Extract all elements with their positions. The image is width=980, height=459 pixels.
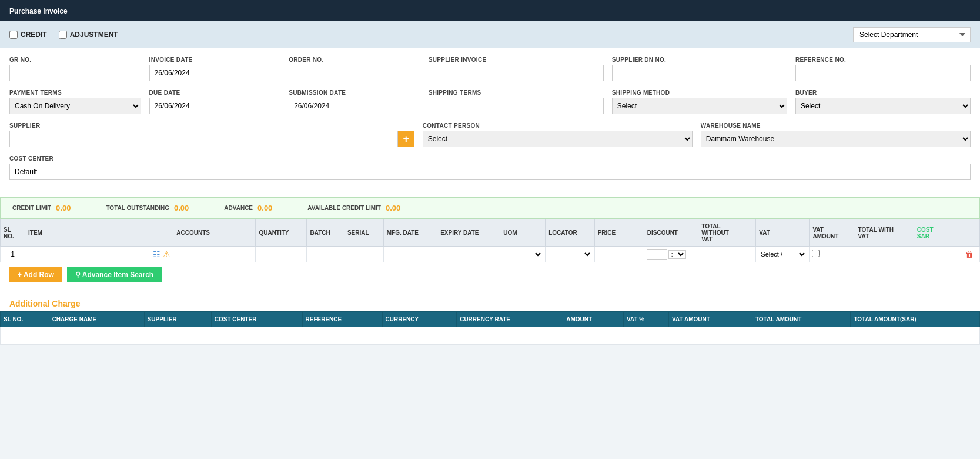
contact-person-select[interactable]: Select: [423, 131, 693, 147]
col-charge-supplier: SUPPLIER: [144, 311, 211, 327]
item-input[interactable]: [28, 250, 150, 259]
row-mfg-date[interactable]: [383, 247, 437, 262]
col-charge-name: CHARGE NAME: [49, 311, 144, 327]
table-actions: + Add Row ⚲ Advance Item Search: [0, 262, 980, 287]
row-vat-amount[interactable]: [810, 247, 855, 262]
supplier-input[interactable]: [9, 131, 398, 147]
row-cost-sar[interactable]: [914, 247, 959, 262]
col-charge-vat-pct: VAT %: [623, 311, 668, 327]
gr-no-label: GR NO.: [9, 56, 141, 63]
discount-input[interactable]: [647, 249, 667, 260]
vat-amount-checkbox[interactable]: [812, 250, 820, 257]
table-row: 1 ☷ ⚠: [1, 247, 980, 262]
contact-person-group: CONTACT PERSON Select: [423, 122, 693, 147]
advance-label: ADVANCE: [224, 205, 253, 211]
row-price[interactable]: [594, 247, 644, 262]
row-vat[interactable]: Select \ 0% 5% 15%: [756, 247, 810, 262]
col-charge-reference: REFERENCE: [302, 311, 382, 327]
cost-sar-input[interactable]: [917, 250, 956, 259]
advance-search-label: ⚲ Advance Item Search: [75, 271, 153, 279]
row-expiry-date[interactable]: [437, 247, 500, 262]
uom-select[interactable]: PCS KG: [503, 250, 543, 258]
total-with-vat-input[interactable]: [858, 250, 911, 259]
items-table-header-row: SLNO. ITEM ACCOUNTS QUANTITY BATCH SERIA…: [1, 219, 980, 247]
credit-limit-label: CREDIT LIMIT: [12, 205, 51, 211]
col-header-delete: [959, 219, 979, 247]
col-header-quantity: QUANTITY: [256, 219, 307, 247]
add-row-label: + Add Row: [18, 271, 54, 279]
row-item[interactable]: ☷ ⚠: [25, 247, 173, 262]
row-accounts[interactable]: [173, 247, 256, 262]
row-batch[interactable]: [307, 247, 344, 262]
row-serial[interactable]: [344, 247, 383, 262]
payment-terms-label: PAYMENT TERMS: [9, 89, 141, 96]
gr-no-input[interactable]: [9, 65, 141, 81]
supplier-dn-input[interactable]: [612, 65, 787, 81]
form-row-2: PAYMENT TERMS Cash On Delivery DUE DATE …: [9, 89, 971, 114]
row-total-with-vat[interactable]: [855, 247, 914, 262]
adjustment-checkbox-label[interactable]: ADJUSTMENT: [59, 31, 118, 39]
add-row-button[interactable]: + Add Row: [9, 267, 62, 282]
cost-center-label: COST CENTER: [9, 155, 971, 162]
locator-select[interactable]: LOC1: [548, 250, 591, 258]
form-row-4: COST CENTER: [9, 155, 971, 180]
row-quantity[interactable]: [256, 247, 307, 262]
item-doc-icon[interactable]: ☷: [153, 250, 160, 259]
additional-charge-title: Additional Charge: [0, 293, 980, 311]
due-date-input[interactable]: [149, 98, 281, 114]
advance-search-button[interactable]: ⚲ Advance Item Search: [67, 267, 162, 282]
delete-icon[interactable]: 🗑: [965, 250, 974, 259]
row-total-without-vat[interactable]: [698, 247, 756, 262]
col-charge-total-amount: TOTAL AMOUNT: [752, 311, 851, 327]
credit-label: CREDIT: [21, 31, 47, 39]
supplier-add-button[interactable]: +: [398, 131, 414, 147]
discount-type-select[interactable]: : Amt %: [668, 250, 686, 259]
price-input[interactable]: [597, 250, 641, 259]
form-row-3: SUPPLIER + CONTACT PERSON Select WAREHOU…: [9, 122, 971, 147]
row-locator[interactable]: LOC1: [546, 247, 594, 262]
credit-checkbox-label[interactable]: CREDIT: [9, 31, 47, 39]
invoice-date-input[interactable]: [149, 65, 281, 81]
reference-no-input[interactable]: [795, 65, 971, 81]
row-delete[interactable]: 🗑: [959, 247, 979, 262]
adjustment-checkbox[interactable]: [59, 31, 67, 39]
cost-center-input[interactable]: [9, 164, 971, 180]
accounts-input[interactable]: [176, 250, 253, 259]
warehouse-label: WAREHOUSE NAME: [701, 122, 971, 129]
quantity-input[interactable]: [258, 250, 304, 259]
row-uom[interactable]: PCS KG: [500, 247, 546, 262]
payment-terms-group: PAYMENT TERMS Cash On Delivery: [9, 89, 141, 114]
order-no-input[interactable]: [289, 65, 420, 81]
credit-bar: CREDIT LIMIT 0.00 TOTAL OUTSTANDING 0.00…: [0, 197, 980, 219]
top-bar: CREDIT ADJUSTMENT Select Department: [0, 21, 980, 48]
total-without-vat-input[interactable]: [701, 250, 753, 259]
item-warn-icon[interactable]: ⚠: [163, 250, 170, 259]
warehouse-group: WAREHOUSE NAME Dammam Warehouse: [701, 122, 971, 147]
col-charge-total-amount-sar: TOTAL AMOUNT(SAR): [851, 311, 980, 327]
serial-input[interactable]: [347, 250, 381, 259]
shipping-terms-input[interactable]: [429, 98, 604, 114]
payment-terms-select[interactable]: Cash On Delivery: [9, 98, 141, 114]
expiry-date-input[interactable]: [440, 250, 497, 259]
buyer-select[interactable]: Select: [795, 98, 971, 114]
submission-date-input[interactable]: [289, 98, 420, 114]
supplier-invoice-input[interactable]: [429, 65, 604, 81]
col-charge-currency-rate: CURRENCY RATE: [457, 311, 563, 327]
department-select[interactable]: Select Department: [853, 27, 971, 42]
supplier-invoice-group: SUPPLIER INVOICE: [429, 56, 604, 81]
shipping-method-select[interactable]: Select: [612, 98, 787, 114]
col-header-locator: LOCATOR: [546, 219, 594, 247]
warehouse-select[interactable]: Dammam Warehouse: [701, 131, 971, 147]
mfg-date-input[interactable]: [386, 250, 434, 259]
total-outstanding-value: 0.00: [174, 204, 189, 212]
col-header-vat-amount: VATAMOUNT: [810, 219, 855, 247]
batch-input[interactable]: [309, 250, 341, 259]
col-header-total-with-vat: TOTAL WITHVAT: [855, 219, 914, 247]
order-no-label: ORDER NO.: [289, 56, 420, 63]
vat-select[interactable]: Select \ 0% 5% 15%: [758, 250, 807, 258]
credit-checkbox[interactable]: [9, 31, 18, 39]
row-sl: 1: [1, 247, 25, 262]
col-charge-sl: SL NO.: [1, 311, 49, 327]
invoice-date-label: INVOICE DATE: [149, 56, 281, 63]
row-discount[interactable]: : Amt %: [644, 247, 683, 262]
